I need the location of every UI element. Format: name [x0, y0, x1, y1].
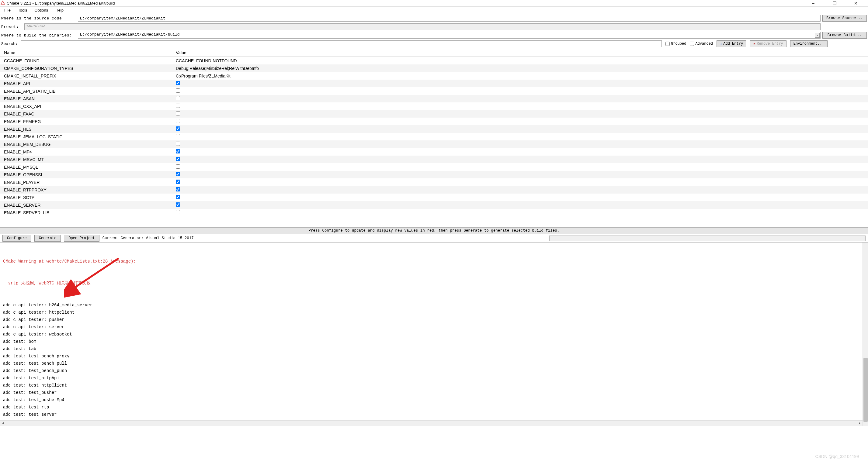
cache-checkbox[interactable]	[176, 195, 180, 199]
build-row: Where to build the binaries: E:/companyi…	[0, 31, 868, 39]
cache-value[interactable]	[172, 89, 180, 94]
cache-row[interactable]: ENABLE_SCTP	[0, 194, 868, 201]
cache-value[interactable]	[172, 119, 180, 124]
close-button[interactable]: ✕	[850, 0, 862, 6]
cache-row[interactable]: ENABLE_CXX_API	[0, 102, 868, 110]
cache-checkbox[interactable]	[176, 104, 180, 108]
cache-checkbox[interactable]	[176, 111, 180, 115]
generate-button[interactable]: Generate	[34, 235, 61, 242]
menu-options[interactable]: Options	[31, 7, 51, 13]
cache-row[interactable]: ENABLE_MEM_DEBUG	[0, 140, 868, 148]
cache-name: CCACHE_FOUND	[0, 58, 172, 63]
scroll-right-icon[interactable]: ▶	[857, 421, 863, 426]
preset-input[interactable]: <custom>	[24, 24, 820, 30]
menu-help[interactable]: Help	[52, 7, 67, 13]
cache-checkbox[interactable]	[176, 126, 180, 131]
cache-row[interactable]: CMAKE_CONFIGURATION_TYPESDebug;Release;M…	[0, 64, 868, 72]
cache-checkbox[interactable]	[176, 149, 180, 154]
cache-value[interactable]	[172, 172, 180, 177]
cache-name: ENABLE_ASAN	[0, 96, 172, 101]
cache-value[interactable]: Debug;Release;MinSizeRel;RelWithDebInfo	[172, 66, 259, 71]
cache-row[interactable]: CMAKE_INSTALL_PREFIXC:/Program Files/ZLM…	[0, 72, 868, 79]
cache-value[interactable]	[172, 81, 180, 86]
cache-row[interactable]: ENABLE_API_STATIC_LIB	[0, 87, 868, 95]
output-pane[interactable]: CMake Warning at webrtc/CMakeLists.txt:2…	[0, 242, 868, 426]
cache-row[interactable]: ENABLE_PLAYER	[0, 178, 868, 186]
open-project-button[interactable]: Open Project	[64, 235, 99, 242]
menu-tools[interactable]: Tools	[15, 7, 30, 13]
configure-button[interactable]: Configure	[2, 235, 31, 242]
cache-checkbox[interactable]	[176, 134, 180, 138]
cache-value[interactable]	[172, 134, 180, 139]
advanced-checkbox[interactable]	[690, 42, 694, 46]
cache-value[interactable]	[172, 187, 180, 192]
source-input[interactable]	[78, 15, 820, 22]
output-line: add c api tester: httpclient	[3, 309, 865, 316]
minimize-button[interactable]: −	[807, 0, 819, 6]
cache-value[interactable]	[172, 149, 180, 155]
cache-value[interactable]	[172, 157, 180, 162]
cache-value[interactable]	[172, 202, 180, 207]
cache-checkbox[interactable]	[176, 119, 180, 123]
add-entry-button[interactable]: ✚ Add Entry	[717, 40, 746, 47]
vertical-scrollbar[interactable]	[863, 242, 868, 426]
cache-checkbox[interactable]	[176, 157, 180, 161]
cache-row[interactable]: ENABLE_HLS	[0, 125, 868, 133]
horizontal-scrollbar[interactable]: ◀ ▶	[0, 420, 863, 426]
cache-value[interactable]	[172, 142, 180, 147]
cache-value[interactable]: C:/Program Files/ZLMediaKit	[172, 73, 230, 78]
output-line: add test: test_httpClient	[3, 382, 865, 389]
menu-file[interactable]: File	[1, 7, 14, 13]
cache-value[interactable]	[172, 104, 180, 109]
cache-value[interactable]: CCACHE_FOUND-NOTFOUND	[172, 58, 237, 63]
cache-checkbox[interactable]	[176, 81, 180, 85]
cache-checkbox[interactable]	[176, 187, 180, 192]
cache-checkbox[interactable]	[176, 164, 180, 169]
cache-value[interactable]	[172, 126, 180, 132]
app-icon	[1, 1, 5, 6]
browse-build-button[interactable]: Browse Build...	[823, 32, 867, 39]
cache-row[interactable]: ENABLE_SERVER_LIB	[0, 209, 868, 216]
cache-checkbox[interactable]	[176, 172, 180, 176]
output-warning-line: srtp 未找到, WebRTC 相关功能打开失败	[3, 279, 865, 287]
add-entry-label: Add Entry	[723, 42, 743, 46]
build-input[interactable]: E:/companyitem/ZLMediaKit/ZLMediaKit/bui…	[78, 32, 820, 39]
cache-value[interactable]	[172, 111, 180, 116]
browse-source-button[interactable]: Browse Source...	[823, 15, 867, 22]
grouped-checkbox-wrap[interactable]: Grouped	[665, 42, 686, 46]
cache-row[interactable]: ENABLE_SERVER	[0, 201, 868, 209]
header-name[interactable]: Name	[0, 49, 172, 56]
cache-row[interactable]: ENABLE_RTPPROXY	[0, 186, 868, 194]
cache-row[interactable]: ENABLE_JEMALLOC_STATIC	[0, 133, 868, 140]
cache-checkbox[interactable]	[176, 210, 180, 214]
cache-checkbox[interactable]	[176, 96, 180, 100]
cache-row[interactable]: ENABLE_API	[0, 79, 868, 87]
cache-value[interactable]	[172, 210, 180, 215]
cache-row[interactable]: CCACHE_FOUNDCCACHE_FOUND-NOTFOUND	[0, 57, 868, 64]
cache-row[interactable]: ENABLE_MYSQL	[0, 163, 868, 171]
maximize-button[interactable]: ❐	[829, 0, 841, 6]
cache-value[interactable]	[172, 179, 180, 185]
cache-checkbox[interactable]	[176, 202, 180, 207]
header-value[interactable]: Value	[172, 49, 190, 56]
cache-checkbox[interactable]	[176, 179, 180, 184]
cache-row[interactable]: ENABLE_ASAN	[0, 95, 868, 102]
cache-row[interactable]: ENABLE_FFMPEG	[0, 118, 868, 125]
cache-row[interactable]: ENABLE_FAAC	[0, 110, 868, 118]
cache-row[interactable]: ENABLE_MSVC_MT	[0, 156, 868, 163]
search-input[interactable]	[21, 40, 662, 47]
cache-value[interactable]	[172, 164, 180, 170]
scrollbar-thumb[interactable]	[863, 358, 868, 422]
chevron-down-icon[interactable]: ▾	[815, 33, 819, 38]
scroll-left-icon[interactable]: ◀	[0, 421, 5, 426]
cache-value[interactable]	[172, 195, 180, 200]
environment-button[interactable]: Environment...	[790, 40, 828, 47]
grouped-checkbox[interactable]	[665, 42, 670, 46]
cache-checkbox[interactable]	[176, 142, 180, 146]
cache-value[interactable]	[172, 96, 180, 101]
cache-checkbox[interactable]	[176, 89, 180, 93]
cache-row[interactable]: ENABLE_OPENSSL	[0, 171, 868, 178]
advanced-checkbox-wrap[interactable]: Advanced	[690, 42, 713, 46]
cache-row[interactable]: ENABLE_MP4	[0, 148, 868, 156]
output-line: add c api tester: server	[3, 323, 865, 331]
